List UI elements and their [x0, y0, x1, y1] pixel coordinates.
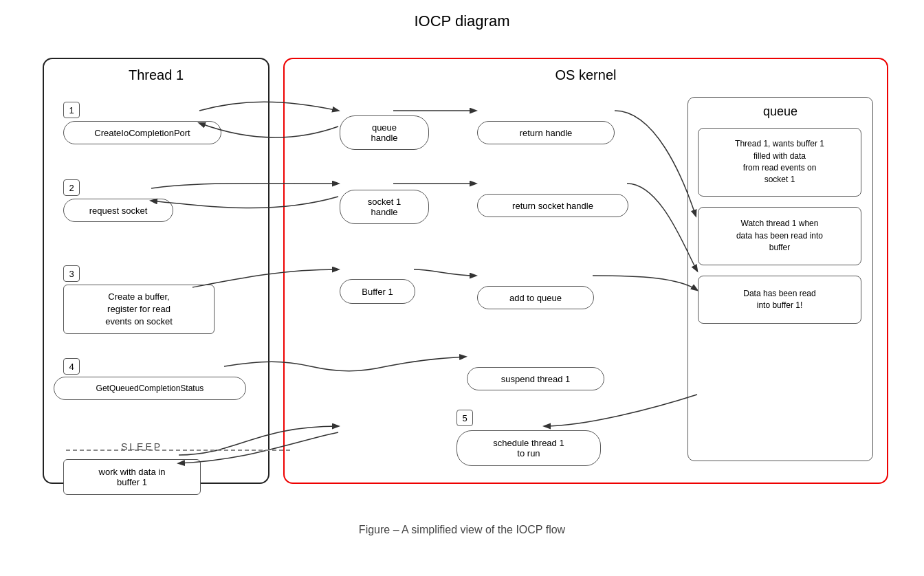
- kernel-title: OS kernel: [285, 67, 887, 83]
- queue-item-2: Watch thread 1 whendata has been read in…: [698, 207, 861, 265]
- queue-item-1: Thread 1, wants buffer 1filled with data…: [698, 128, 861, 197]
- work-with-data: work with data inbuffer 1: [63, 459, 201, 495]
- return-socket-handle: return socket handle: [477, 194, 628, 217]
- thread-box: Thread 1 1 CreateIoCompletionPort 2 requ…: [43, 58, 270, 484]
- queue-handle: queuehandle: [340, 115, 429, 150]
- request-socket: request socket: [63, 199, 173, 222]
- step-5-num: 5: [456, 410, 473, 426]
- step-3-num: 3: [63, 265, 80, 282]
- create-io-completion-port: CreateIoCompletionPort: [63, 121, 221, 144]
- thread-title: Thread 1: [44, 67, 268, 83]
- schedule-thread1: schedule thread 1to run: [456, 430, 601, 466]
- queue-box: queue Thread 1, wants buffer 1filled wit…: [688, 97, 873, 461]
- sleep-label: SLEEP: [121, 441, 162, 452]
- page-title: IOCP diagram: [0, 0, 924, 37]
- step-4-num: 4: [63, 358, 80, 375]
- suspend-thread1: suspend thread 1: [467, 367, 604, 390]
- return-handle: return handle: [477, 121, 615, 144]
- socket1-handle: socket 1handle: [340, 190, 429, 224]
- queue-title: queue: [688, 104, 872, 119]
- queue-item-3: Data has been readinto buffer 1!: [698, 276, 861, 324]
- buffer1: Buffer 1: [340, 279, 415, 304]
- sleep-line: [66, 450, 290, 451]
- kernel-box: OS kernel queuehandle socket 1handle Buf…: [283, 58, 888, 484]
- step-2-num: 2: [63, 179, 80, 196]
- add-to-queue: add to queue: [477, 286, 594, 309]
- step-1-num: 1: [63, 102, 80, 118]
- create-buffer: Create a buffer,register for readevents …: [63, 285, 214, 334]
- get-queued-completion-status: GetQueuedCompletionStatus: [54, 377, 246, 400]
- figure-caption: Figure – A simplified view of the IOCP f…: [0, 524, 924, 536]
